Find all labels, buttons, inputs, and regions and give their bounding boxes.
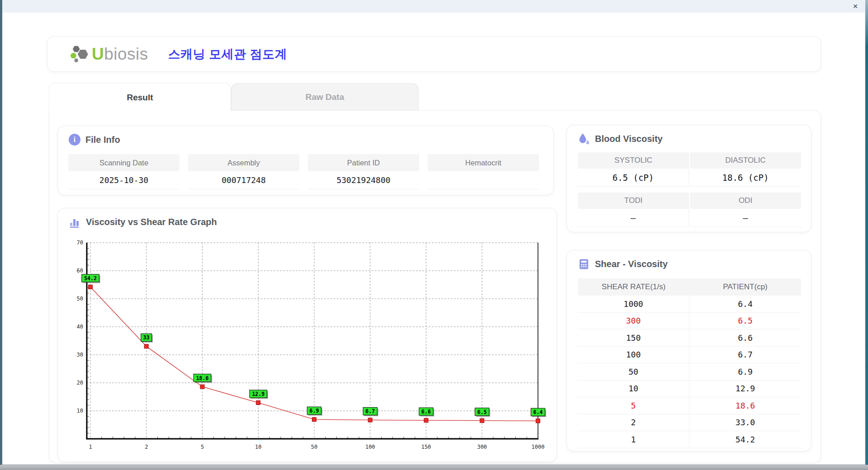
field-value: 2025-10-30 (68, 171, 179, 189)
app-title: 스캐닝 모세관 점도계 (168, 46, 288, 62)
shear-viscosity-title: Shear - Viscosity (595, 259, 668, 269)
table-row: 518.6 (578, 397, 801, 414)
col-header-todi: TODI (578, 193, 689, 209)
viscosity-chart: 102030405060701251050100150300100054.233… (65, 236, 546, 459)
todi-value: – (578, 209, 689, 227)
table-row: 1506.6 (578, 329, 801, 347)
field-label: Patient ID (308, 154, 419, 171)
window-left-border (0, 0, 2, 470)
field-value (428, 171, 539, 189)
svg-text:50: 50 (77, 296, 83, 302)
svg-text:60: 60 (77, 268, 83, 274)
patient-cell: 12.9 (689, 381, 801, 397)
col-header-patient: PATIENT(cp) (689, 278, 801, 296)
table-row: 233.0 (578, 414, 801, 432)
svg-text:30: 30 (77, 352, 83, 358)
table-header-row: SYSTOLIC DIASTOLIC (578, 152, 801, 169)
window-right-border (865, 0, 868, 470)
shear-rate-cell: 2 (578, 414, 689, 431)
svg-text:54.2: 54.2 (84, 275, 97, 282)
shear-viscosity-table: SHEAR RATE(1/s) PATIENT(cp) 10006.4 3006… (578, 278, 801, 448)
odi-value: – (690, 209, 801, 227)
table-header-row: SHEAR RATE(1/s) PATIENT(cp) (578, 278, 801, 296)
diastolic-value: 18.6 (cP) (690, 169, 801, 187)
shear-rate-cell: 50 (578, 363, 689, 380)
svg-text:6.5: 6.5 (477, 409, 487, 415)
close-icon[interactable]: × (850, 1, 861, 12)
svg-text:70: 70 (77, 240, 83, 246)
ubiosis-hexagon-logo-icon (70, 45, 90, 64)
svg-text:150: 150 (421, 444, 431, 450)
window-titlebar: × (0, 0, 868, 13)
tab-result[interactable]: Result (49, 83, 231, 111)
file-info-fields: Scanning Date 2025-10-30 Assembly 000717… (68, 154, 539, 189)
shear-rate-cell: 1000 (578, 296, 689, 312)
col-header-systolic: SYSTOLIC (578, 152, 689, 169)
shear-rate-cell: 10 (578, 381, 689, 397)
brand-u: U (92, 45, 104, 63)
svg-text:2: 2 (145, 444, 148, 450)
patient-cell: 6.4 (689, 296, 801, 312)
table-row: 154.2 (578, 431, 801, 448)
brand-rest: biosis (104, 45, 148, 63)
blood-viscosity-card: Blood Viscosity SYSTOLIC DIASTOLIC 6.5 (… (566, 125, 811, 232)
shear-rate-cell: 300 (578, 313, 689, 329)
patient-cell: 6.5 (689, 313, 801, 329)
table-row: 3006.5 (578, 313, 801, 330)
field-assembly: Assembly 000717248 (188, 154, 299, 189)
shear-rate-cell: 5 (578, 397, 689, 414)
droplets-icon (578, 133, 590, 145)
field-value: 000717248 (188, 171, 299, 189)
svg-text:1: 1 (89, 444, 92, 450)
svg-text:33: 33 (143, 334, 150, 341)
table-row: – – (578, 209, 801, 227)
table-row: 1006.7 (578, 347, 801, 364)
field-label: Hematocrit (428, 154, 539, 171)
patient-cell: 33.0 (689, 414, 801, 431)
svg-text:100: 100 (365, 444, 375, 450)
file-info-card: i File Info Scanning Date 2025-10-30 Ass… (57, 126, 554, 195)
patient-cell: 6.9 (689, 363, 801, 380)
table-header-row: TODI ODI (578, 193, 801, 209)
ubiosis-logo: Ubiosis (70, 45, 148, 64)
svg-text:50: 50 (311, 444, 317, 450)
shear-rate-cell: 100 (578, 347, 689, 363)
table-row: 1012.9 (578, 381, 801, 398)
field-label: Assembly (188, 154, 299, 171)
viscosity-graph-card: Viscosity vs Shear Rate Graph 1020304050… (57, 208, 557, 462)
field-scanning-date: Scanning Date 2025-10-30 (68, 154, 179, 189)
window-bottom-bar (0, 465, 868, 470)
table-row: 6.5 (cP) 18.6 (cP) (578, 169, 801, 187)
table-row: 10006.4 (578, 296, 801, 313)
svg-text:1000: 1000 (532, 444, 545, 450)
col-header-diastolic: DIASTOLIC (690, 152, 801, 169)
field-label: Scanning Date (68, 154, 179, 171)
table-row: 506.9 (578, 363, 801, 381)
field-value: 53021924800 (308, 171, 419, 189)
table-calculator-icon (578, 258, 590, 270)
svg-text:5: 5 (201, 444, 204, 450)
svg-text:20: 20 (77, 380, 83, 386)
svg-text:6.7: 6.7 (365, 408, 375, 414)
patient-cell: 18.6 (689, 397, 801, 414)
bar-chart-icon (69, 216, 81, 228)
brand-wordmark: Ubiosis (92, 46, 148, 62)
svg-text:10: 10 (77, 408, 83, 414)
svg-text:300: 300 (477, 444, 487, 450)
info-icon: i (69, 134, 80, 146)
shear-viscosity-card: Shear - Viscosity SHEAR RATE(1/s) PATIEN… (566, 250, 811, 451)
patient-cell: 6.7 (689, 347, 801, 363)
tab-raw-data[interactable]: Raw Data (231, 83, 419, 110)
svg-text:12.9: 12.9 (252, 391, 264, 397)
file-info-title: File Info (85, 135, 120, 145)
blood-viscosity-title: Blood Viscosity (595, 134, 663, 144)
shear-rate-cell: 150 (578, 329, 689, 346)
patient-cell: 54.2 (689, 431, 801, 448)
col-header-shear-rate: SHEAR RATE(1/s) (578, 278, 689, 296)
app-header: Ubiosis 스캐닝 모세관 점도계 (47, 36, 821, 72)
svg-text:6.9: 6.9 (310, 408, 319, 414)
field-hematocrit: Hematocrit (428, 154, 539, 189)
svg-text:18.6: 18.6 (196, 375, 209, 381)
field-patient-id: Patient ID 53021924800 (308, 154, 419, 189)
patient-cell: 6.6 (689, 329, 801, 346)
